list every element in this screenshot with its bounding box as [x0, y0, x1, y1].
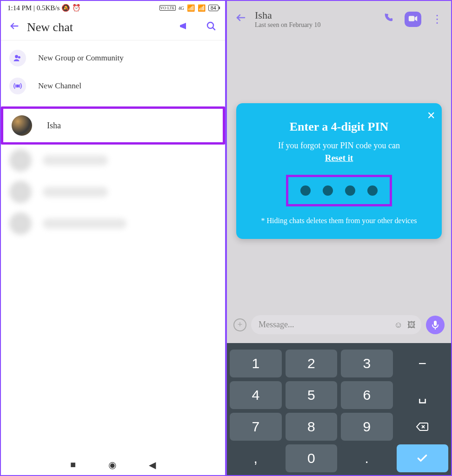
menu-channel-label: New Channel	[38, 81, 81, 91]
group-icon	[9, 50, 26, 66]
pin-note: * Hiding chats deletes them from your ot…	[249, 217, 429, 225]
mute-icon: 🔕	[61, 4, 70, 12]
key-4[interactable]: 4	[230, 381, 282, 409]
pin-title: Enter a 4-digit PIN	[249, 120, 429, 134]
key-1[interactable]: 1	[230, 350, 282, 377]
key-submit-icon[interactable]	[397, 444, 449, 472]
chat-header: Isha Last seen on February 10 ⋮	[227, 1, 451, 35]
right-screenshot: Isha Last seen on February 10 ⋮ ✕ Enter …	[226, 0, 452, 476]
voice-call-icon[interactable]	[383, 13, 393, 26]
key-9[interactable]: 9	[341, 413, 393, 441]
message-placeholder: Message...	[259, 320, 294, 329]
video-call-icon[interactable]	[405, 12, 421, 27]
blurred-contact-3	[1, 208, 225, 239]
key-6[interactable]: 6	[341, 381, 393, 409]
signal-icon-2: 📶	[198, 4, 206, 12]
message-input[interactable]: Message... ☺ 🖼	[251, 315, 421, 334]
menu-new-group[interactable]: New Group or Community	[1, 44, 225, 72]
status-right: VO LTE 4G 📶 📶 84	[160, 4, 219, 12]
time-text: 1:14 PM	[7, 4, 32, 12]
blurred-contact-2	[1, 176, 225, 208]
pin-dot-4	[367, 185, 378, 196]
channel-icon	[9, 78, 26, 94]
message-bar: + Message... ☺ 🖼	[233, 315, 445, 334]
status-bar: 1:14 PM | 0.5KB/s 🔕 ⏰ VO LTE 4G 📶 📶 84	[1, 1, 225, 13]
pin-dot-1	[300, 185, 311, 196]
key-minus[interactable]: −	[397, 350, 449, 377]
last-seen-text: Last seen on February 10	[255, 21, 372, 29]
pin-input-highlight[interactable]	[286, 175, 392, 206]
key-8[interactable]: 8	[286, 413, 338, 441]
chat-contact-name: Isha	[255, 9, 372, 21]
home-icon[interactable]: ◉	[108, 459, 116, 470]
network-label: 4G	[179, 6, 184, 11]
chat-title-block[interactable]: Isha Last seen on February 10	[255, 9, 372, 29]
header: New chat	[1, 13, 225, 40]
reset-link[interactable]: Reset it	[325, 153, 353, 163]
key-5[interactable]: 5	[286, 381, 338, 409]
svg-point-3	[15, 55, 18, 58]
key-backspace-icon[interactable]	[397, 413, 449, 441]
alarm-icon: ⏰	[72, 4, 81, 12]
pin-dialog: ✕ Enter a 4-digit PIN If you forgot your…	[236, 103, 442, 239]
status-left: 1:14 PM | 0.5KB/s 🔕 ⏰	[7, 4, 81, 12]
key-2[interactable]: 2	[286, 350, 338, 377]
numeric-keypad: 1 2 3 − 4 5 6 ␣ 7 8 9 , 0 .	[227, 343, 451, 475]
attach-icon[interactable]: +	[233, 318, 246, 331]
back-arrow-icon[interactable]	[9, 21, 20, 34]
left-screenshot: 1:14 PM | 0.5KB/s 🔕 ⏰ VO LTE 4G 📶 📶 84 N…	[0, 0, 226, 476]
more-options-icon[interactable]: ⋮	[432, 13, 443, 26]
pin-dot-3	[345, 185, 355, 196]
key-dot[interactable]: .	[341, 444, 393, 472]
menu-new-channel[interactable]: New Channel	[1, 72, 225, 100]
page-title: New chat	[27, 20, 163, 34]
speed-text: 0.5KB/s	[37, 4, 60, 12]
pin-dot-2	[323, 185, 333, 196]
key-space[interactable]: ␣	[397, 381, 449, 409]
pin-subtitle: If you forgot your PIN code you can Rese…	[249, 139, 429, 165]
signal-icon-1: 📶	[187, 4, 195, 12]
gallery-icon[interactable]: 🖼	[407, 320, 416, 330]
emoji-icon[interactable]: ☺	[394, 320, 403, 330]
contact-row-isha[interactable]: Isha	[3, 109, 223, 142]
contact-name: Isha	[47, 121, 61, 131]
search-icon[interactable]	[206, 20, 217, 34]
key-3[interactable]: 3	[341, 350, 393, 377]
svg-rect-8	[434, 321, 437, 326]
contact-highlight: Isha	[1, 106, 225, 145]
menu-group-label: New Group or Community	[38, 53, 124, 63]
mic-button-icon[interactable]	[426, 316, 445, 334]
back-arrow-icon[interactable]	[235, 12, 246, 26]
svg-rect-7	[409, 16, 415, 21]
back-nav-icon[interactable]: ◀	[149, 459, 156, 470]
blurred-contact-1	[1, 145, 225, 176]
volte-icon: VO LTE	[160, 5, 176, 11]
megaphone-icon[interactable]	[179, 20, 190, 34]
key-comma[interactable]: ,	[230, 444, 282, 472]
avatar	[12, 115, 32, 136]
close-icon[interactable]: ✕	[427, 110, 435, 122]
recent-apps-icon[interactable]: ■	[70, 459, 76, 470]
svg-point-4	[18, 56, 20, 59]
battery-icon: 84	[208, 5, 219, 11]
key-0[interactable]: 0	[286, 444, 338, 472]
svg-line-2	[213, 27, 215, 30]
key-7[interactable]: 7	[230, 413, 282, 441]
android-nav-bar: ■ ◉ ◀	[1, 459, 225, 470]
svg-point-5	[17, 85, 19, 87]
